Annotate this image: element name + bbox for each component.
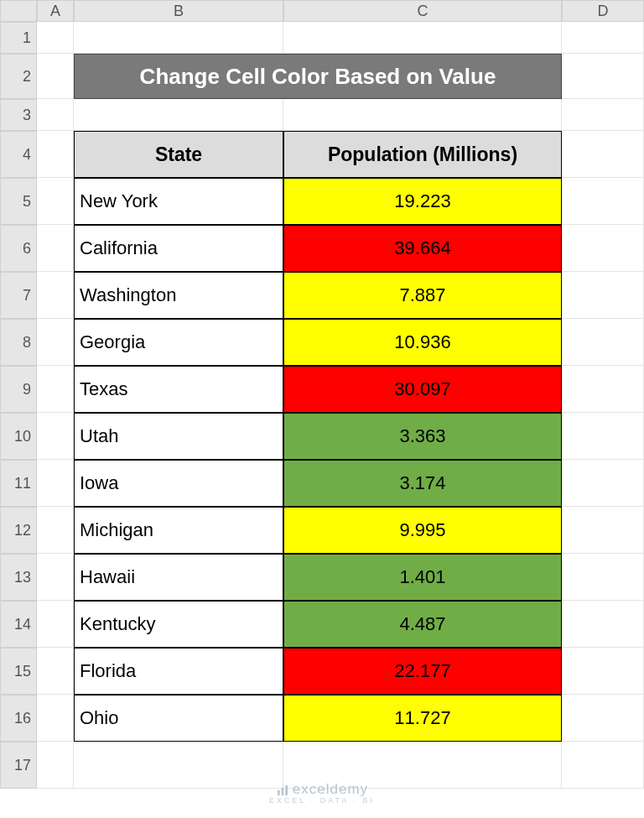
cell-A5[interactable] [37,178,74,225]
cell-state[interactable]: Texas [74,366,283,413]
cell-D6[interactable] [562,225,644,272]
title-cell[interactable]: Change Cell Color Based on Value [74,54,562,99]
cell-B3[interactable] [74,99,283,131]
cell-D1[interactable] [562,22,644,54]
row-header-11[interactable]: 11 [0,460,37,507]
cell-state[interactable]: Iowa [74,460,283,507]
cell-D3[interactable] [562,99,644,131]
cell-population[interactable]: 4.487 [283,601,562,648]
cell-state[interactable]: Ohio [74,695,283,742]
cell-A2[interactable] [37,54,74,99]
cell-A4[interactable] [37,131,74,178]
cell-C17[interactable] [283,742,562,789]
cell-population[interactable]: 19.223 [283,178,562,225]
col-header-B[interactable]: B [74,0,283,22]
row-header-17[interactable]: 17 [0,742,37,789]
cell-B1[interactable] [74,22,283,54]
cell-A10[interactable] [37,413,74,460]
row-header-9[interactable]: 9 [0,366,37,413]
row-header-1[interactable]: 1 [0,22,37,54]
cell-A14[interactable] [37,601,74,648]
cell-population[interactable]: 10.936 [283,319,562,366]
cell-D11[interactable] [562,460,644,507]
row-header-8[interactable]: 8 [0,319,37,366]
cell-D10[interactable] [562,413,644,460]
cell-D17[interactable] [562,742,644,789]
cell-A8[interactable] [37,319,74,366]
cell-A17[interactable] [37,742,74,789]
cell-D7[interactable] [562,272,644,319]
cell-population[interactable]: 7.887 [283,272,562,319]
row-header-13[interactable]: 13 [0,554,37,601]
row-header-14[interactable]: 14 [0,601,37,648]
watermark-tag: EXCEL · DATA · BI [0,796,644,805]
cell-D5[interactable] [562,178,644,225]
cell-state[interactable]: Hawaii [74,554,283,601]
col-header-D[interactable]: D [562,0,644,22]
cell-A3[interactable] [37,99,74,131]
row-header-2[interactable]: 2 [0,54,37,99]
cell-A1[interactable] [37,22,74,54]
svg-rect-0 [278,790,280,795]
row-header-6[interactable]: 6 [0,225,37,272]
cell-population[interactable]: 9.995 [283,507,562,554]
row-header-10[interactable]: 10 [0,413,37,460]
row-header-7[interactable]: 7 [0,272,37,319]
spreadsheet-grid[interactable]: ABCD12Change Cell Color Based on Value34… [0,0,644,789]
cell-state[interactable]: California [74,225,283,272]
cell-A7[interactable] [37,272,74,319]
row-header-15[interactable]: 15 [0,648,37,695]
row-header-5[interactable]: 5 [0,178,37,225]
cell-population[interactable]: 11.727 [283,695,562,742]
cell-population[interactable]: 30.097 [283,366,562,413]
cell-A9[interactable] [37,366,74,413]
header-population[interactable]: Population (Millions) [283,131,562,178]
cell-state[interactable]: Michigan [74,507,283,554]
cell-C1[interactable] [283,22,562,54]
cell-D16[interactable] [562,695,644,742]
cell-D14[interactable] [562,601,644,648]
cell-population[interactable]: 1.401 [283,554,562,601]
cell-A16[interactable] [37,695,74,742]
cell-population[interactable]: 3.174 [283,460,562,507]
cell-population[interactable]: 3.363 [283,413,562,460]
row-header-3[interactable]: 3 [0,99,37,131]
cell-state[interactable]: Washington [74,272,283,319]
cell-D4[interactable] [562,131,644,178]
col-header-C[interactable]: C [283,0,562,22]
cell-A15[interactable] [37,648,74,695]
header-state[interactable]: State [74,131,283,178]
cell-state[interactable]: Florida [74,648,283,695]
cell-state[interactable]: New York [74,178,283,225]
cell-A12[interactable] [37,507,74,554]
cell-A11[interactable] [37,460,74,507]
cell-population[interactable]: 22.177 [283,648,562,695]
cell-state[interactable]: Utah [74,413,283,460]
cell-A13[interactable] [37,554,74,601]
row-header-4[interactable]: 4 [0,131,37,178]
cell-D8[interactable] [562,319,644,366]
col-header-A[interactable]: A [37,0,74,22]
cell-D2[interactable] [562,54,644,99]
cell-D9[interactable] [562,366,644,413]
row-header-16[interactable]: 16 [0,695,37,742]
cell-D15[interactable] [562,648,644,695]
select-all-corner[interactable] [0,0,37,22]
cell-D13[interactable] [562,554,644,601]
cell-D12[interactable] [562,507,644,554]
cell-population[interactable]: 39.664 [283,225,562,272]
row-header-12[interactable]: 12 [0,507,37,554]
cell-state[interactable]: Georgia [74,319,283,366]
cell-A6[interactable] [37,225,74,272]
cell-C3[interactable] [283,99,562,131]
cell-B17[interactable] [74,742,283,789]
cell-state[interactable]: Kentucky [74,601,283,648]
